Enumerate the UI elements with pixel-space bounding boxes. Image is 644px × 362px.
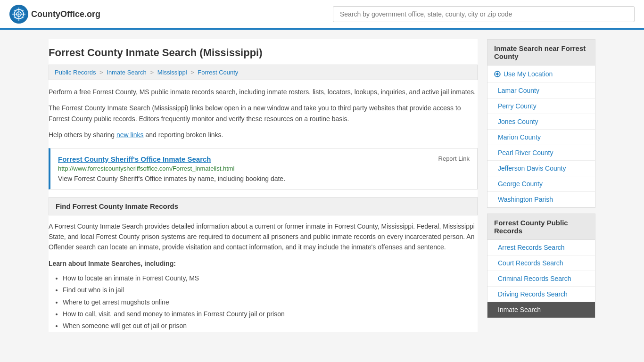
- breadcrumb-sep3: >: [190, 69, 194, 76]
- link-card-desc: View Forrest County Sheriff's Office inm…: [58, 175, 470, 182]
- sidebar-court-records[interactable]: Court Records Search: [487, 255, 595, 271]
- main-layout: Forrest County Inmate Search (Mississipp…: [39, 39, 605, 332]
- sidebar-george-county[interactable]: George County: [487, 176, 595, 192]
- logo-icon: [9, 5, 28, 24]
- search-bar: [333, 6, 635, 22]
- sidebar: Inmate Search near Forrest County Use My…: [487, 39, 595, 324]
- bullet-4: How to call, visit, and send money to in…: [63, 308, 478, 320]
- location-icon: [494, 71, 501, 77]
- sidebar-arrest-records[interactable]: Arrest Records Search: [487, 240, 595, 255]
- bullet-2: Find out who is in jail: [63, 284, 478, 296]
- breadcrumb-sep2: >: [150, 69, 154, 76]
- public-records-section: Forrest County Public Records Arrest Rec…: [487, 214, 595, 318]
- intro-paragraph-2: The Forrest County Inmate Search (Missis…: [49, 103, 478, 124]
- sidebar-jefferson-davis-county[interactable]: Jefferson Davis County: [487, 161, 595, 176]
- sidebar-pearl-river-county[interactable]: Pearl River County: [487, 145, 595, 161]
- use-location-label: Use My Location: [504, 70, 553, 78]
- sidebar-lamar-county[interactable]: Lamar County: [487, 83, 595, 99]
- sidebar-criminal-records[interactable]: Criminal Records Search: [487, 271, 595, 287]
- breadcrumb-mississippi[interactable]: Mississippi: [157, 69, 187, 76]
- sidebar-perry-county[interactable]: Perry County: [487, 99, 595, 114]
- link-card-title[interactable]: Forrest County Sheriff's Office Inmate S…: [58, 155, 211, 163]
- report-link-button[interactable]: Report Link: [438, 155, 470, 162]
- learn-title: Learn about Inmate Searches, including:: [49, 258, 478, 269]
- logo-county: CountyOffice: [31, 9, 84, 19]
- nearby-section-title: Inmate Search near Forrest County: [487, 40, 595, 66]
- learn-bullets-list: How to locate an inmate in Forrest Count…: [63, 272, 478, 332]
- breadcrumb-forrest-county[interactable]: Forrest County: [198, 69, 238, 76]
- find-section-header: Find Forrest County Inmate Records: [49, 197, 478, 215]
- breadcrumb-inmate-search[interactable]: Inmate Search: [107, 69, 147, 76]
- sidebar-marion-county[interactable]: Marion County: [487, 130, 595, 145]
- intro-paragraph-3: Help others by sharing new links and rep…: [49, 130, 478, 140]
- use-my-location-link[interactable]: Use My Location: [487, 66, 595, 83]
- new-links-link[interactable]: new links: [116, 131, 144, 139]
- intro3-prefix: Help others by sharing: [49, 131, 116, 139]
- breadcrumb: Public Records > Inmate Search > Mississ…: [49, 65, 478, 80]
- logo[interactable]: CountyOffice.org: [9, 5, 100, 24]
- header: CountyOffice.org: [0, 0, 644, 30]
- breadcrumb-public-records[interactable]: Public Records: [55, 69, 96, 76]
- link-card-header: Forrest County Sheriff's Office Inmate S…: [58, 155, 470, 163]
- find-paragraph: A Forrest County Inmate Search provides …: [49, 221, 478, 253]
- search-input[interactable]: [333, 6, 635, 22]
- bullet-1: How to locate an inmate in Forrest Count…: [63, 272, 478, 284]
- page-title: Forrest County Inmate Search (Mississipp…: [49, 39, 478, 65]
- intro-paragraph-1: Perform a free Forrest County, MS public…: [49, 87, 478, 97]
- intro3-suffix: and reporting broken links.: [144, 131, 223, 139]
- logo-text: CountyOffice.org: [31, 9, 100, 19]
- breadcrumb-sep1: >: [99, 69, 103, 76]
- bullet-3: Where to get arrest mugshots online: [63, 296, 478, 308]
- sidebar-driving-records[interactable]: Driving Records Search: [487, 287, 595, 302]
- nearby-section: Inmate Search near Forrest County Use My…: [487, 39, 595, 208]
- sidebar-inmate-search[interactable]: Inmate Search: [487, 302, 595, 318]
- sidebar-washington-parish[interactable]: Washington Parish: [487, 192, 595, 207]
- main-content: Forrest County Inmate Search (Mississipp…: [49, 39, 478, 332]
- link-card-url[interactable]: http://www.forrestcountysheriffsoffice.c…: [58, 165, 470, 172]
- svg-point-7: [496, 73, 499, 75]
- sidebar-jones-county[interactable]: Jones County: [487, 114, 595, 130]
- public-records-section-title: Forrest County Public Records: [487, 214, 595, 240]
- logo-org: .org: [84, 9, 100, 19]
- bullet-5: When someone will get out of jail or pri…: [63, 320, 478, 332]
- link-card: Forrest County Sheriff's Office Inmate S…: [49, 148, 478, 189]
